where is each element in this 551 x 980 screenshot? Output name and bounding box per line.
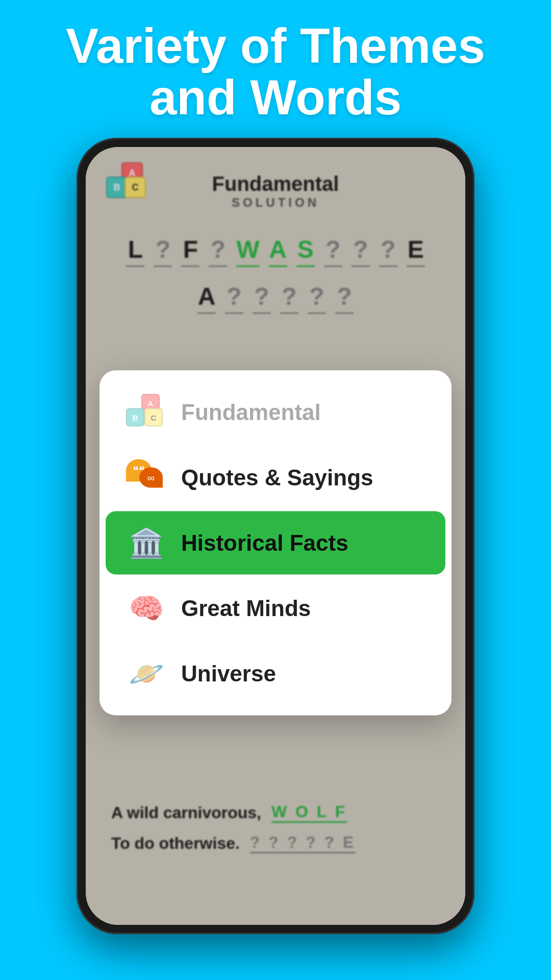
menu-item-historical[interactable]: 🏛️ Historical Facts: [106, 511, 445, 575]
menu-item-quotes[interactable]: ❝❝ ∞ Quotes & Sayings: [106, 446, 445, 509]
historical-figure-icon: 🏛️: [126, 523, 167, 564]
phone-frame: A B C Fundamental SOLUTION L ? F ? W A S…: [77, 138, 474, 934]
menu-label-universe: Universe: [181, 661, 276, 687]
menu-label-historical: Historical Facts: [181, 530, 348, 556]
menu-label-quotes: Quotes & Sayings: [181, 465, 373, 491]
menu-item-great-minds[interactable]: 🧠 Great Minds: [106, 577, 445, 640]
menu-item-universe[interactable]: 🪐 Universe: [106, 642, 445, 705]
theme-menu: A B C Fundamental ❝❝: [99, 371, 452, 716]
abc-blocks-icon: A B C: [126, 392, 167, 433]
phone-screen: A B C Fundamental SOLUTION L ? F ? W A S…: [86, 147, 465, 925]
menu-item-fundamental[interactable]: A B C Fundamental: [106, 381, 445, 444]
brain-icon: 🧠: [126, 588, 167, 629]
menu-label-fundamental: Fundamental: [181, 400, 321, 425]
menu-overlay: A B C Fundamental ❝❝: [86, 147, 465, 925]
chat-bubbles-icon: ❝❝ ∞: [126, 457, 167, 498]
header-line1: Variety of Themes: [66, 18, 485, 73]
header-line2: and Words: [149, 70, 402, 125]
menu-label-great-minds: Great Minds: [181, 596, 311, 621]
page-header: Variety of Themes and Words: [0, 20, 551, 124]
planet-icon: 🪐: [126, 653, 167, 694]
